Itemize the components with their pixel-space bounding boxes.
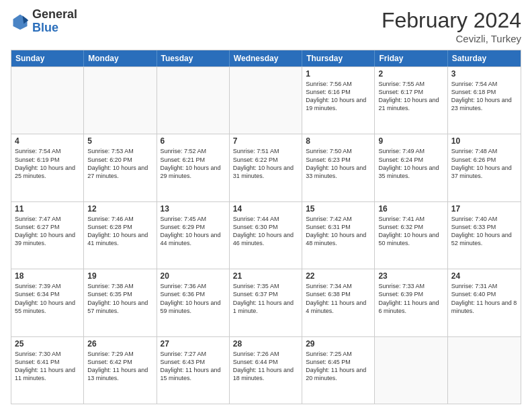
day-number: 13 bbox=[161, 204, 226, 214]
cal-cell: 11Sunrise: 7:47 AM Sunset: 6:27 PM Dayli… bbox=[11, 202, 84, 269]
cal-cell: 18Sunrise: 7:39 AM Sunset: 6:34 PM Dayli… bbox=[11, 269, 84, 336]
day-number: 26 bbox=[87, 339, 152, 349]
cal-week-3: 18Sunrise: 7:39 AM Sunset: 6:34 PM Dayli… bbox=[11, 269, 521, 336]
logo-general: General bbox=[32, 7, 77, 21]
cell-info: Sunrise: 7:53 AM Sunset: 6:20 PM Dayligh… bbox=[87, 147, 152, 180]
cal-cell: 22Sunrise: 7:34 AM Sunset: 6:38 PM Dayli… bbox=[302, 269, 375, 336]
cal-cell bbox=[448, 337, 521, 404]
cal-cell: 27Sunrise: 7:27 AM Sunset: 6:43 PM Dayli… bbox=[157, 337, 230, 404]
day-number: 4 bbox=[15, 136, 80, 146]
cell-info: Sunrise: 7:40 AM Sunset: 6:33 PM Dayligh… bbox=[451, 215, 517, 248]
cell-info: Sunrise: 7:29 AM Sunset: 6:42 PM Dayligh… bbox=[87, 350, 152, 383]
day-number: 16 bbox=[378, 204, 443, 214]
day-number: 29 bbox=[306, 339, 371, 349]
day-number: 14 bbox=[233, 204, 298, 214]
cell-info: Sunrise: 7:55 AM Sunset: 6:17 PM Dayligh… bbox=[378, 80, 443, 113]
day-number: 22 bbox=[306, 271, 371, 281]
cal-header-friday: Friday bbox=[375, 50, 447, 66]
cal-cell: 21Sunrise: 7:35 AM Sunset: 6:37 PM Dayli… bbox=[230, 269, 302, 336]
cal-cell: 12Sunrise: 7:46 AM Sunset: 6:28 PM Dayli… bbox=[84, 202, 157, 269]
cal-cell bbox=[230, 67, 302, 134]
cell-info: Sunrise: 7:56 AM Sunset: 6:16 PM Dayligh… bbox=[306, 80, 371, 113]
cal-header-monday: Monday bbox=[84, 50, 157, 66]
cal-cell bbox=[11, 67, 84, 134]
cal-cell: 26Sunrise: 7:29 AM Sunset: 6:42 PM Dayli… bbox=[84, 337, 157, 404]
cell-info: Sunrise: 7:49 AM Sunset: 6:24 PM Dayligh… bbox=[378, 147, 443, 180]
day-number: 25 bbox=[15, 339, 80, 349]
cell-info: Sunrise: 7:35 AM Sunset: 6:37 PM Dayligh… bbox=[233, 282, 298, 315]
cell-info: Sunrise: 7:41 AM Sunset: 6:32 PM Dayligh… bbox=[378, 215, 443, 248]
cal-cell: 4Sunrise: 7:54 AM Sunset: 6:19 PM Daylig… bbox=[11, 134, 84, 201]
cal-cell: 10Sunrise: 7:48 AM Sunset: 6:26 PM Dayli… bbox=[448, 134, 521, 201]
cell-info: Sunrise: 7:27 AM Sunset: 6:43 PM Dayligh… bbox=[161, 350, 226, 383]
day-number: 24 bbox=[451, 271, 517, 281]
cal-cell: 6Sunrise: 7:52 AM Sunset: 6:21 PM Daylig… bbox=[157, 134, 230, 201]
title-block: February 2024 Cevizli, Turkey bbox=[382, 8, 521, 44]
logo-text: General Blue bbox=[32, 8, 77, 35]
cal-cell: 8Sunrise: 7:50 AM Sunset: 6:23 PM Daylig… bbox=[302, 134, 375, 201]
cal-week-0: 1Sunrise: 7:56 AM Sunset: 6:16 PM Daylig… bbox=[11, 66, 521, 134]
subtitle: Cevizli, Turkey bbox=[382, 33, 521, 44]
day-number: 5 bbox=[87, 136, 152, 146]
day-number: 20 bbox=[161, 271, 226, 281]
day-number: 15 bbox=[306, 204, 371, 214]
logo: General Blue bbox=[11, 8, 77, 35]
cal-cell: 25Sunrise: 7:30 AM Sunset: 6:41 PM Dayli… bbox=[11, 337, 84, 404]
day-number: 6 bbox=[161, 136, 226, 146]
cell-info: Sunrise: 7:33 AM Sunset: 6:39 PM Dayligh… bbox=[378, 282, 443, 315]
cal-cell: 9Sunrise: 7:49 AM Sunset: 6:24 PM Daylig… bbox=[375, 134, 447, 201]
cal-cell: 13Sunrise: 7:45 AM Sunset: 6:29 PM Dayli… bbox=[157, 202, 230, 269]
day-number: 19 bbox=[87, 271, 152, 281]
main-title: February 2024 bbox=[382, 8, 521, 33]
day-number: 3 bbox=[451, 69, 517, 79]
cal-cell bbox=[375, 337, 447, 404]
cell-info: Sunrise: 7:26 AM Sunset: 6:44 PM Dayligh… bbox=[233, 350, 298, 383]
cell-info: Sunrise: 7:39 AM Sunset: 6:34 PM Dayligh… bbox=[15, 282, 80, 315]
cal-cell: 28Sunrise: 7:26 AM Sunset: 6:44 PM Dayli… bbox=[230, 337, 302, 404]
day-number: 21 bbox=[233, 271, 298, 281]
cell-info: Sunrise: 7:48 AM Sunset: 6:26 PM Dayligh… bbox=[451, 147, 517, 180]
cell-info: Sunrise: 7:44 AM Sunset: 6:30 PM Dayligh… bbox=[233, 215, 298, 248]
cell-info: Sunrise: 7:38 AM Sunset: 6:35 PM Dayligh… bbox=[87, 282, 152, 315]
day-number: 9 bbox=[378, 136, 443, 146]
cal-cell: 7Sunrise: 7:51 AM Sunset: 6:22 PM Daylig… bbox=[230, 134, 302, 201]
cal-cell: 3Sunrise: 7:54 AM Sunset: 6:18 PM Daylig… bbox=[448, 67, 521, 134]
cal-cell: 17Sunrise: 7:40 AM Sunset: 6:33 PM Dayli… bbox=[448, 202, 521, 269]
day-number: 1 bbox=[306, 69, 371, 79]
cal-header-wednesday: Wednesday bbox=[230, 50, 302, 66]
cell-info: Sunrise: 7:31 AM Sunset: 6:40 PM Dayligh… bbox=[451, 282, 517, 315]
cal-cell bbox=[84, 67, 157, 134]
cell-info: Sunrise: 7:45 AM Sunset: 6:29 PM Dayligh… bbox=[161, 215, 226, 248]
cell-info: Sunrise: 7:42 AM Sunset: 6:31 PM Dayligh… bbox=[306, 215, 371, 248]
logo-blue: Blue bbox=[32, 21, 58, 34]
cal-cell: 16Sunrise: 7:41 AM Sunset: 6:32 PM Dayli… bbox=[375, 202, 447, 269]
day-number: 27 bbox=[161, 339, 226, 349]
cell-info: Sunrise: 7:52 AM Sunset: 6:21 PM Dayligh… bbox=[161, 147, 226, 180]
cal-cell: 20Sunrise: 7:36 AM Sunset: 6:36 PM Dayli… bbox=[157, 269, 230, 336]
day-number: 7 bbox=[233, 136, 298, 146]
cell-info: Sunrise: 7:54 AM Sunset: 6:19 PM Dayligh… bbox=[15, 147, 80, 180]
cell-info: Sunrise: 7:47 AM Sunset: 6:27 PM Dayligh… bbox=[15, 215, 80, 248]
cal-week-1: 4Sunrise: 7:54 AM Sunset: 6:19 PM Daylig… bbox=[11, 134, 521, 201]
calendar: SundayMondayTuesdayWednesdayThursdayFrid… bbox=[11, 50, 521, 404]
day-number: 18 bbox=[15, 271, 80, 281]
cell-info: Sunrise: 7:54 AM Sunset: 6:18 PM Dayligh… bbox=[451, 80, 517, 113]
day-number: 2 bbox=[378, 69, 443, 79]
cal-header-sunday: Sunday bbox=[11, 50, 84, 66]
cell-info: Sunrise: 7:34 AM Sunset: 6:38 PM Dayligh… bbox=[306, 282, 371, 315]
day-number: 11 bbox=[15, 204, 80, 214]
cal-cell: 1Sunrise: 7:56 AM Sunset: 6:16 PM Daylig… bbox=[302, 67, 375, 134]
cal-week-2: 11Sunrise: 7:47 AM Sunset: 6:27 PM Dayli… bbox=[11, 201, 521, 269]
day-number: 23 bbox=[378, 271, 443, 281]
cal-cell bbox=[157, 67, 230, 134]
cell-info: Sunrise: 7:36 AM Sunset: 6:36 PM Dayligh… bbox=[161, 282, 226, 315]
day-number: 17 bbox=[451, 204, 517, 214]
day-number: 12 bbox=[87, 204, 152, 214]
cal-header-thursday: Thursday bbox=[302, 50, 375, 66]
day-number: 10 bbox=[451, 136, 517, 146]
cal-header-tuesday: Tuesday bbox=[157, 50, 230, 66]
cal-week-4: 25Sunrise: 7:30 AM Sunset: 6:41 PM Dayli… bbox=[11, 336, 521, 404]
cell-info: Sunrise: 7:51 AM Sunset: 6:22 PM Dayligh… bbox=[233, 147, 298, 180]
cell-info: Sunrise: 7:46 AM Sunset: 6:28 PM Dayligh… bbox=[87, 215, 152, 248]
cal-cell: 5Sunrise: 7:53 AM Sunset: 6:20 PM Daylig… bbox=[84, 134, 157, 201]
